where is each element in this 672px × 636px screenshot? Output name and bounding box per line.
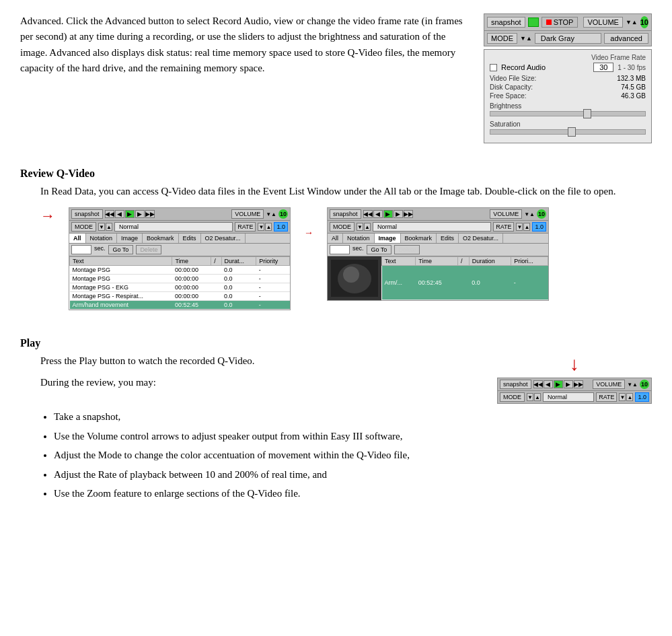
sc-right-next-btn[interactable]: ▶	[394, 210, 403, 218]
sc-left-next-btn[interactable]: ▶	[135, 210, 145, 218]
sc-right-sec-input[interactable]	[330, 245, 350, 254]
sc-left-row-pri: -	[256, 301, 290, 310]
record-audio-checkbox[interactable]	[490, 64, 497, 71]
fps-input[interactable]: 30	[593, 63, 613, 72]
sc-left-row-text[interactable]: Arm/hand movement	[70, 301, 172, 310]
sc-left-prev-btn[interactable]: ◀◀	[105, 210, 114, 218]
sc-left-row-text[interactable]: Montage PSG	[70, 266, 172, 275]
snapshot-button[interactable]: snapshot	[487, 17, 525, 28]
sc-left-row-text[interactable]: Montage PSG	[70, 275, 172, 283]
play-section: Play Press the Play button to watch the …	[20, 325, 652, 505]
play-vol-arrows: ▼▲	[627, 382, 638, 388]
sc-right-col-duration: Duration	[469, 257, 511, 266]
sc-right-row-time: 00:52:45	[416, 266, 458, 300]
sc-right-end-btn[interactable]: ▶▶	[404, 210, 413, 218]
mode-button[interactable]: MODE	[487, 33, 517, 44]
review-section: Review Q-Video In Read Data, you can acc…	[20, 155, 652, 318]
sc-left-back-btn[interactable]: ◀	[115, 210, 124, 218]
sc-left-tab-all[interactable]: All	[69, 234, 86, 243]
play-rate-down[interactable]: ▼	[619, 393, 626, 401]
sc-left-mode-down[interactable]: ▼	[98, 223, 105, 231]
play-snapshot-btn[interactable]: snapshot	[500, 380, 531, 389]
play-rate-label: RATE	[596, 392, 617, 402]
sc-right-tab-all[interactable]: All	[328, 234, 343, 243]
sc-right-rate-label: RATE	[493, 222, 514, 232]
record-audio-label: Record Audio	[501, 63, 546, 71]
svg-point-2	[343, 267, 359, 283]
play-mode-up[interactable]: ▲	[534, 393, 541, 401]
play-content: Press the Play button to watch the recor…	[40, 353, 652, 404]
sc-left-tab-image[interactable]: Image	[117, 234, 143, 243]
sc-left-col-dur: /	[211, 257, 221, 266]
brightness-slider[interactable]	[490, 111, 646, 116]
sc-left-sec-input[interactable]	[71, 245, 91, 254]
sc-left-snapshot-btn[interactable]: snapshot	[71, 209, 103, 219]
sc-right-prev-btn[interactable]: ◀◀	[363, 210, 373, 218]
brightness-thumb[interactable]	[583, 109, 591, 118]
sc-left-mode-btn[interactable]: MODE	[71, 222, 96, 232]
play-back-btn[interactable]: ◀	[544, 380, 553, 388]
sc-right-rate-num: 1.0	[532, 222, 546, 232]
sc-right-tab-bookmark[interactable]: Bookmark	[401, 234, 437, 243]
sc-left-row-text[interactable]: Montage PSG - Respirat...	[70, 292, 172, 301]
sc-left-tab-edits[interactable]: Edits	[179, 234, 201, 243]
play-mode-btn[interactable]: MODE	[500, 392, 525, 402]
sc-right-tab-notation[interactable]: Notation	[343, 234, 375, 243]
sc-right-rate-down[interactable]: ▼	[516, 223, 523, 231]
sc-left-goto-btn[interactable]: Go To	[108, 245, 134, 254]
mode-arrows: ▼▲	[520, 35, 532, 42]
play-mode-down[interactable]: ▼	[527, 393, 533, 401]
play-end-btn[interactable]: ▶▶	[574, 380, 583, 388]
sc-left-tab-bookmark[interactable]: Bookmark	[143, 234, 179, 243]
sc-right-tab-bar: sec. Go To Delete	[328, 244, 548, 256]
play-prev-btn[interactable]: ◀◀	[533, 380, 543, 388]
play-num-badge: 10	[640, 380, 649, 389]
sc-right-image-preview	[328, 256, 381, 300]
advanced-button[interactable]: advanced	[604, 33, 648, 44]
sc-left-rate-down[interactable]: ▼	[258, 223, 264, 231]
sc-right-snapshot-btn[interactable]: snapshot	[330, 209, 361, 219]
sc-right-col-time: Time	[416, 257, 458, 266]
play-panel-container: ↓ snapshot ◀◀ ◀ ▶ ▶ ▶▶ VOLUME ▼▲ 10	[497, 353, 652, 404]
play-rate-num: 1.0	[635, 392, 649, 402]
sc-left-delete-btn[interactable]: Delete	[136, 245, 161, 254]
ui-panel-container: snapshot STOP VOLUME ▼▲ 10 MODE ▼▲ Dark …	[484, 13, 652, 143]
sc-right-tab-image[interactable]: Image	[375, 234, 401, 243]
sc-left-mode-up[interactable]: ▲	[106, 223, 112, 231]
play-rate-up[interactable]: ▲	[626, 393, 633, 401]
play-play-btn[interactable]: ▶	[554, 380, 563, 388]
stop-button[interactable]: STOP	[542, 17, 578, 28]
sc-left-rate-up[interactable]: ▲	[265, 223, 272, 231]
sc-left-end-btn[interactable]: ▶▶	[145, 210, 155, 218]
toolbar-row-2: MODE ▼▲ Dark Gray advanced	[484, 30, 652, 46]
sc-left-play-btn[interactable]: ▶	[125, 210, 135, 218]
sc-left-row-dur: 0.0	[221, 275, 256, 283]
sc-right-tab-o2[interactable]: O2 Desatur...	[459, 234, 503, 243]
sc-right-mode-up[interactable]: ▲	[364, 223, 371, 231]
play-next-btn[interactable]: ▶	[564, 380, 573, 388]
sc-right-mode-down[interactable]: ▼	[357, 223, 363, 231]
sc-right-delete-btn[interactable]: Delete	[394, 245, 420, 254]
sc-left-row-text[interactable]: Montage PSG - EKG	[70, 283, 172, 292]
sc-right-goto-btn[interactable]: Go To	[367, 245, 392, 254]
sc-right-tab-edits[interactable]: Edits	[437, 234, 459, 243]
sc-right-play-btn[interactable]: ▶	[383, 210, 393, 218]
sc-right-row-text[interactable]: Arm/...	[382, 266, 416, 300]
sc-right-mode-btn[interactable]: MODE	[330, 222, 354, 232]
screenshot-left: snapshot ◀◀ ◀ ▶ ▶ ▶▶ VOLUME ▼▲ 10 MODE	[69, 207, 291, 310]
record-indicator	[528, 17, 539, 27]
play-bullet-list: Take a snapshot,Use the Volume control a…	[40, 409, 652, 501]
sc-right-normal-display: Normal	[373, 222, 491, 232]
play-para1: Press the Play button to watch the recor…	[40, 353, 484, 369]
sc-left-tab-notation[interactable]: Notation	[86, 234, 118, 243]
sc-left-tab-bar: sec. Go To Delete	[69, 244, 290, 256]
down-arrow-icon: ↓	[570, 353, 579, 375]
sc-left-row-time: 00:00:00	[172, 266, 211, 275]
sc-right-back-btn[interactable]: ◀	[373, 210, 383, 218]
sc-left-tab-o2[interactable]: O2 Desatur...	[201, 234, 246, 243]
sc-right-rate-up[interactable]: ▲	[523, 223, 530, 231]
saturation-thumb[interactable]	[568, 127, 576, 137]
saturation-slider[interactable]	[490, 129, 646, 135]
right-arrow-icon: →	[40, 207, 55, 225]
sc-right-table: Text Time / Duration Priori... Arm/... 0…	[381, 256, 548, 300]
